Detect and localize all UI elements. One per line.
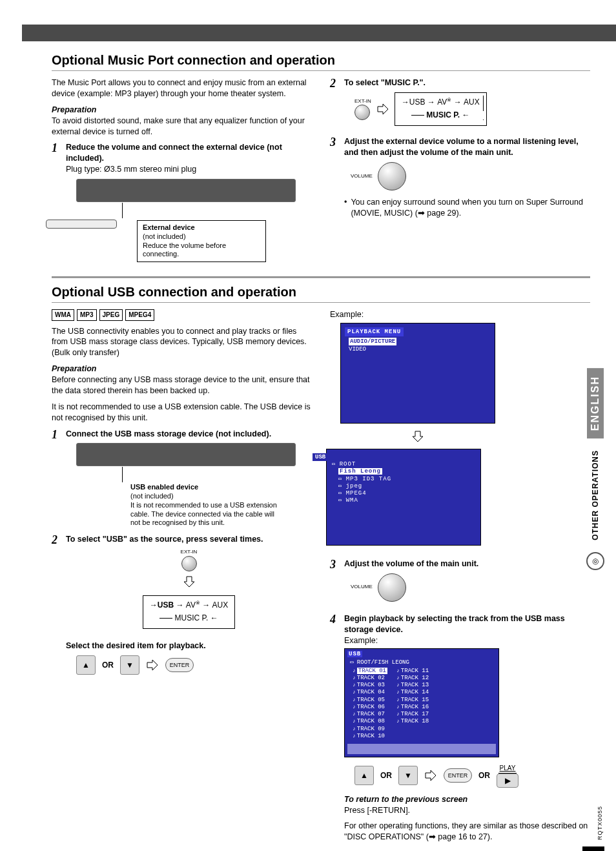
screen-status-bar [347,744,496,754]
volume-row: VOLUME [351,573,590,602]
screen-usb-label: USB [313,453,328,461]
header-bar [22,25,616,41]
prep-label: Preparation [52,105,96,114]
track-item: TRACK 17 [396,711,429,718]
s2-step3-title: Adjust the volume of the main unit. [344,559,590,569]
root-folder: ROOT [332,461,477,468]
playback-menu-screen: PLAYBACK MENU AUDIO/PICTURE VIDEO [340,323,495,424]
callout-l1: (not included) [130,492,279,501]
s2-step1-title: Connect the USB mass storage device (not… [66,429,312,440]
step-number: 1 [52,429,61,529]
selected-folder: Fish Leong [338,468,382,475]
callout-title: External device [143,223,260,232]
section1-intro: The Music Port allows you to connect and… [52,77,312,99]
manual-page: Optional Music Port connection and opera… [0,0,616,851]
or-text: OR [380,770,392,781]
prep-text2: It is not recommended to use a USB exten… [52,402,312,424]
section2-title: Optional USB connection and operation [52,285,590,300]
callout-l2: Reduce the volume before connecting. [143,241,260,260]
bullet-icon: • [344,197,347,219]
step-body: Adjust the volume of the main unit. VOLU… [344,559,590,608]
step-number: 2 [52,534,61,680]
section1-left-col: The Music Port allows you to connect and… [52,77,312,267]
return-text: Press [-RETURN]. [344,806,410,815]
section2-intro: The USB connectivity enables you to conn… [52,326,312,359]
tree-item: MPEG4 [332,490,477,497]
step-number: 3 [330,559,339,608]
track-item: TRACK 07 [353,711,387,718]
doc-id: RQTX0055 [597,806,603,840]
track-item: TRACK 04 [353,689,387,696]
cycle-usb: USB [409,97,426,107]
source-cycle-box: →USB → AV※ → AUX MUSIC P. ← [143,595,236,629]
track-item: TRACK 12 [396,675,429,682]
option-video: VIDEO [349,345,491,353]
track-item: TRACK 06 [353,704,387,711]
other-ops-text: For other operating functions, they are … [344,821,590,843]
cycle-music-p: MUSIC P. [426,110,460,119]
s2-step2-title: To select "USB" as the source, press sev… [66,534,312,545]
page-number: 33 [582,846,604,851]
section2-right-col: Example: PLAYBACK MENU AUDIO/PICTURE VID… [330,309,590,851]
track-item: TRACK 03 [353,682,387,689]
cycle-aux: AUX [464,97,480,107]
source-cycle-box: →USB → AV※ → AUX MUSIC P. ← [395,92,487,126]
play-button-group: PLAY ▶ [497,764,518,788]
step-body: Connect the USB mass storage device (not… [66,429,312,529]
step-number: 2 [330,77,339,131]
badge-mp3: MP3 [77,309,97,321]
arrow-right-icon [146,659,159,672]
volume-knob-icon [378,573,406,602]
select-playback-title: Select the desired item for playback. [66,641,312,651]
example-label: Example: [344,635,590,646]
bullet-text: You can enjoy surround sound when you tu… [351,197,590,219]
arrow-down-icon [340,430,495,446]
step-body: Reduce the volume and connect the extern… [66,142,312,262]
section1-columns: The Music Port allows you to connect and… [52,77,590,267]
s1-step1: 1 Reduce the volume and connect the exte… [52,142,312,262]
s2-step2: 2 To select "USB" as the source, press s… [52,534,312,680]
track-col2: TRACK 11 TRACK 12 TRACK 13 TRACK 14 TRAC… [396,668,429,741]
selected-track: TRACK 01 [357,668,387,674]
divider [52,302,590,303]
play-label: PLAY [498,764,517,774]
cable-line [122,203,123,218]
screen-box: USB ROOT Fish Leong MP3 ID3 TAG jpeg MPE… [326,449,481,546]
track-item: TRACK 16 [396,704,429,711]
badge-mpeg4: MPEG4 [125,309,154,321]
step-number: 4 [330,613,339,848]
cable-line [122,467,123,482]
track-item: TRACK 11 [396,668,429,675]
nav-play-row: ▲ OR ▼ ENTER OR PLAY ▶ [354,764,590,788]
prep-block: Preparation Before connecting any USB ma… [52,364,312,396]
step-body: To select "MUSIC P.". EXT-IN →USB → AV※ … [344,77,590,131]
screen-title: PLAYBACK MENU [345,327,404,336]
volume-label: VOLUME [351,173,373,180]
usb-tree-screen: USB ROOT Fish Leong MP3 ID3 TAG jpeg MPE… [326,449,481,546]
section2-left-col: WMA MP3 JPEG MPEG4 The USB connectivity … [52,309,312,851]
format-badges: WMA MP3 JPEG MPEG4 [52,309,312,321]
tree-item: WMA [332,497,477,504]
screens-stack: PLAYBACK MENU AUDIO/PICTURE VIDEO USB [340,323,590,549]
step-body: Adjust the external device volume to a n… [344,136,590,219]
section-divider [52,276,590,278]
up-button-icon: ▲ [76,655,96,675]
step1-sub: Plug type: Ø3.5 mm stereo mini plug [66,164,312,175]
sidebar-disc-icon: ◎ [586,552,604,570]
or-text: OR [102,660,114,670]
screen-body: AUDIO/PICTURE VIDEO [345,338,491,409]
return-title: To return to the previous screen [344,795,467,804]
volume-label: VOLUME [351,584,373,591]
prep-text1: Before connecting any USB mass storage d… [52,375,310,395]
sidebar-other-ops: OTHER OPERATIONS [591,450,600,540]
s1-step2: 2 To select "MUSIC P.". EXT-IN →USB → AV… [330,77,590,131]
down-button-icon: ▼ [398,766,418,785]
prep-text: To avoid distorted sound, make sure that… [52,116,305,136]
track-item: TRACK 14 [396,689,429,696]
up-button-icon: ▲ [354,766,374,785]
track-item: TRACK 02 [353,675,387,682]
section1-right-col: 2 To select "MUSIC P.". EXT-IN →USB → AV… [330,77,590,267]
badge-wma: WMA [52,309,74,321]
track-col1: TRACK 01 TRACK 02 TRACK 03 TRACK 04 TRAC… [353,668,387,741]
track-item: TRACK 15 [396,697,429,704]
